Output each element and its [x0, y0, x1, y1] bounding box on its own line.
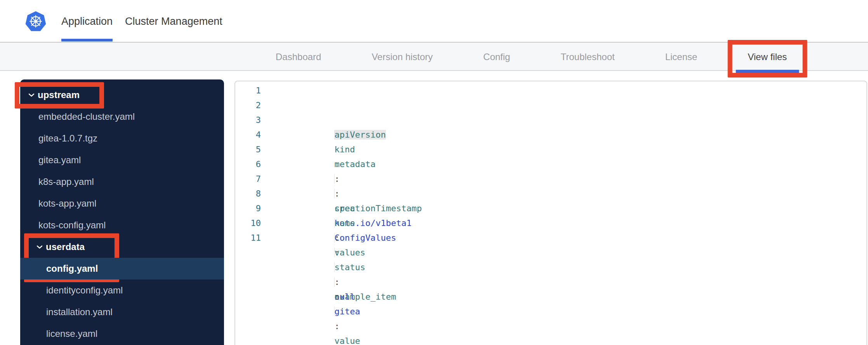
chevron-down-icon: [28, 93, 35, 97]
tree-item-label: gitea-1.0.7.tgz: [38, 133, 97, 144]
line-number: 3: [235, 113, 261, 128]
tree-item[interactable]: embedded-cluster.yaml: [20, 106, 224, 128]
code-line-text: values :: [261, 172, 365, 186]
code-line: 10 status : {}: [235, 216, 866, 231]
top-tab-label: Application: [61, 16, 113, 28]
top-tab-bar: Application Cluster Management: [61, 0, 222, 43]
subnav-tab-label: Troubleshoot: [561, 52, 615, 62]
tree-item-label: userdata: [46, 242, 85, 252]
code-line: 6 spec :: [235, 157, 866, 172]
code-line: 3 metadata :: [235, 113, 866, 128]
tree-item-label: kots-config.yaml: [38, 220, 106, 231]
code-line: 7 values :: [235, 172, 866, 186]
code-line-text: creationTimestamp : null: [261, 128, 422, 142]
code-line-text: status : {}: [261, 216, 365, 231]
code-token: [334, 277, 345, 287]
code-token: [334, 248, 345, 257]
tree-item[interactable]: gitea.yaml: [20, 149, 224, 171]
subnav-tab[interactable]: View files: [748, 43, 787, 71]
file-tree-sidebar: upstream embedded-cluster.yaml gitea-1.0…: [20, 79, 224, 345]
subnav-tab-label: View files: [748, 52, 787, 62]
code-line: 5 name : gitea: [235, 142, 866, 157]
subnav-tab-label: Dashboard: [276, 52, 321, 62]
tree-item-label: upstream: [38, 90, 80, 100]
code-line-text: value : hello world: [261, 201, 391, 216]
tree-item[interactable]: license.yaml: [20, 323, 224, 345]
code-line: 2 kind : ConfigValues: [235, 98, 866, 113]
top-tab[interactable]: Application: [61, 0, 113, 43]
code-line-text: [261, 231, 324, 245]
line-number: 8: [235, 186, 261, 201]
line-number: 1: [235, 83, 261, 98]
app-subnav: Dashboard Version history Config Trouble…: [0, 43, 868, 71]
subnav-tab[interactable]: Version history: [372, 43, 432, 71]
kubernetes-logo[interactable]: [24, 11, 47, 33]
code-token: [334, 321, 339, 331]
tree-item-label: identityconfig.yaml: [46, 285, 123, 296]
code-line-text: metadata :: [261, 113, 375, 128]
code-token: example_item: [334, 292, 396, 302]
chevron-down-icon: [36, 245, 43, 249]
line-number: 6: [235, 157, 261, 172]
subnav-tab[interactable]: Config: [483, 43, 510, 71]
tree-item[interactable]: kots-app.yaml: [20, 193, 224, 214]
code-line: 8 example_item :: [235, 186, 866, 201]
code-line-text: apiVersion : kots.io/v1beta1: [261, 83, 411, 98]
file-content-viewer[interactable]: 1 apiVersion : kots.io/v1beta1 2 kind: [234, 81, 867, 345]
tree-item-label: config.yaml: [46, 263, 98, 274]
code-token: value: [334, 336, 360, 345]
tree-item[interactable]: identityconfig.yaml: [20, 279, 224, 301]
subnav-tab[interactable]: Dashboard: [276, 43, 321, 71]
line-number: 9: [235, 201, 261, 216]
top-tab-label: Cluster Management: [125, 16, 222, 28]
tree-item[interactable]: userdata: [20, 236, 224, 258]
tree-item[interactable]: kots-config.yaml: [20, 214, 224, 236]
code-line: 1 apiVersion : kots.io/v1beta1: [235, 83, 866, 98]
tree-item[interactable]: installation.yaml: [20, 301, 224, 323]
active-tab-underline: [61, 39, 113, 41]
tree-item-label: embedded-cluster.yaml: [38, 111, 135, 122]
line-number: 10: [235, 216, 261, 231]
subnav-items: Dashboard Version history Config Trouble…: [276, 43, 787, 71]
code-token: status: [334, 262, 365, 272]
line-number: 4: [235, 128, 261, 142]
code-token: [334, 233, 345, 243]
line-number: 5: [235, 142, 261, 157]
tree-item-label: kots-app.yaml: [38, 198, 96, 209]
subnav-tab-label: License: [665, 52, 697, 62]
code-line-text: example_item :: [261, 186, 396, 201]
tree-item[interactable]: gitea-1.0.7.tgz: [20, 128, 224, 149]
code-line: 4 creationTimestamp : null: [235, 128, 866, 142]
app-header: Application Cluster Management: [0, 0, 868, 43]
tree-item-label: k8s-app.yaml: [38, 176, 94, 187]
subnav-tab[interactable]: Troubleshoot: [561, 43, 615, 71]
code-token: :: [334, 292, 339, 302]
line-number: 2: [235, 98, 261, 113]
tree-item[interactable]: config.yaml: [20, 258, 224, 279]
code-line: 9 value : hello world: [235, 201, 866, 216]
subnav-tab[interactable]: License: [665, 43, 697, 71]
subnav-tab-label: Config: [483, 52, 510, 62]
tree-item-label: license.yaml: [46, 328, 97, 339]
line-number: 11: [235, 231, 261, 245]
line-number: 7: [235, 172, 261, 186]
top-tab[interactable]: Cluster Management: [125, 0, 222, 43]
code-line-text: name : gitea: [261, 142, 360, 157]
code-line-text: spec :: [261, 157, 355, 172]
tree-item[interactable]: upstream: [20, 84, 224, 106]
subnav-tab-label: Version history: [372, 52, 432, 62]
active-subnav-underline: [736, 70, 799, 73]
tree-item-label: gitea.yaml: [38, 155, 81, 166]
tree-item-label: installation.yaml: [46, 307, 113, 317]
code-token: [334, 307, 345, 316]
tree-item[interactable]: k8s-app.yaml: [20, 171, 224, 193]
code-line-text: kind : ConfigValues: [261, 98, 396, 113]
